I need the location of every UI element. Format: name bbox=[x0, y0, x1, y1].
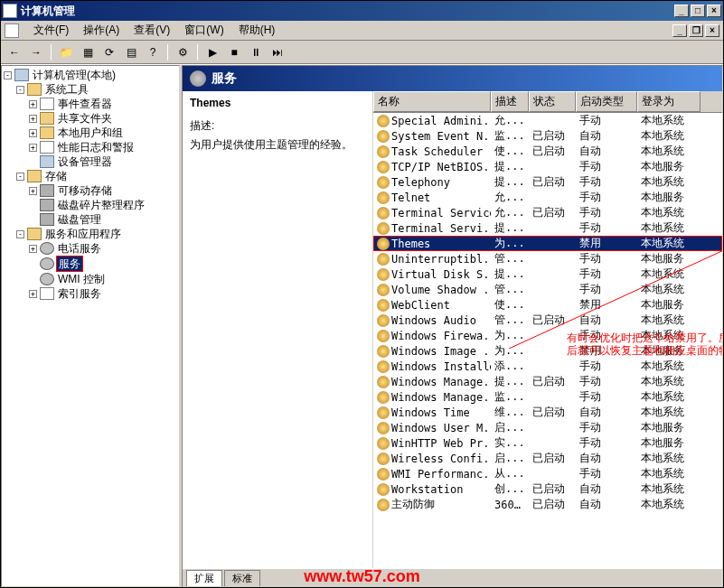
tree-localusers[interactable]: +本地用户和组 bbox=[29, 126, 177, 140]
up-button[interactable]: 📁 bbox=[56, 42, 76, 62]
menu-action[interactable]: 操作(A) bbox=[76, 21, 127, 40]
selected-service-name: Themes bbox=[190, 97, 365, 109]
toolbar: ← → 📁 ▦ ⟳ ▤ ? ⚙ ▶ ■ ⏸ ⏭ bbox=[1, 41, 723, 64]
service-row[interactable]: Task Scheduler使...已启动自动本地系统 bbox=[373, 144, 722, 159]
service-row[interactable]: Windows User M...启...手动本地服务 bbox=[373, 420, 722, 435]
maximize-button[interactable]: □ bbox=[691, 5, 705, 17]
detail-pane: Themes 描述: 为用户提供使用主题管理的经验。 bbox=[183, 91, 372, 568]
restart-button[interactable]: ⏭ bbox=[268, 42, 287, 62]
tree-systools[interactable]: -系统工具 bbox=[16, 82, 177, 97]
service-icon bbox=[377, 499, 390, 511]
main-header: 服务 bbox=[183, 66, 722, 91]
header-title: 服务 bbox=[212, 70, 237, 87]
tree-indexing[interactable]: +索引服务 bbox=[29, 286, 177, 301]
tree-removable[interactable]: +可移动存储 bbox=[29, 183, 177, 198]
tree-eventviewer[interactable]: +事件查看器 bbox=[29, 97, 177, 111]
tree-storage[interactable]: -存储 bbox=[16, 169, 177, 183]
service-icon bbox=[377, 115, 390, 127]
service-row[interactable]: Wireless Confi...启...已启动自动本地系统 bbox=[373, 451, 722, 466]
tree-root[interactable]: -计算机管理(本地) bbox=[4, 68, 177, 82]
menu-file[interactable]: 文件(F) bbox=[26, 21, 76, 40]
service-icon bbox=[377, 207, 390, 219]
tree-devmgr[interactable]: 设备管理器 bbox=[29, 154, 177, 169]
tree-wmi[interactable]: WMI 控制 bbox=[29, 272, 177, 286]
main-window: 计算机管理 _ □ × 文件(F) 操作(A) 查看(V) 窗口(W) 帮助(H… bbox=[0, 0, 724, 588]
service-icon bbox=[377, 330, 390, 342]
service-row[interactable]: Telephony提...已启动手动本地系统 bbox=[373, 174, 722, 190]
refresh-icon[interactable]: ⟳ bbox=[99, 42, 119, 62]
back-button[interactable]: ← bbox=[5, 42, 24, 62]
window-title: 计算机管理 bbox=[21, 4, 674, 19]
start-button[interactable]: ▶ bbox=[202, 42, 222, 62]
service-row[interactable]: Windows Image ...为...禁用本地服务 bbox=[373, 343, 722, 359]
menu-help[interactable]: 帮助(H) bbox=[231, 21, 283, 40]
service-row[interactable]: Special Admini...允...手动本地系统 bbox=[373, 113, 722, 128]
child-minimize-button[interactable]: _ bbox=[672, 24, 687, 37]
service-row[interactable]: Themes为...禁用本地系统 bbox=[373, 236, 722, 251]
service-row[interactable]: Terminal Servi...提...手动本地系统 bbox=[373, 220, 722, 236]
titlebar: 计算机管理 _ □ × bbox=[1, 1, 723, 21]
forward-button[interactable]: → bbox=[26, 42, 46, 62]
tree-perflogs[interactable]: +性能日志和警报 bbox=[29, 140, 177, 154]
tree-defrag[interactable]: 磁盘碎片整理程序 bbox=[29, 198, 177, 212]
stop-button[interactable]: ■ bbox=[224, 42, 244, 62]
service-row[interactable]: Windows Time维...已启动自动本地系统 bbox=[373, 405, 722, 420]
service-row[interactable]: Virtual Disk S...提...手动本地系统 bbox=[373, 266, 722, 282]
tree-servapps[interactable]: -服务和应用程序 bbox=[16, 227, 177, 241]
action1-icon[interactable]: ⚙ bbox=[173, 42, 193, 62]
minimize-button[interactable]: _ bbox=[674, 5, 689, 17]
tree-diskmgmt[interactable]: 磁盘管理 bbox=[29, 212, 177, 227]
service-icon bbox=[377, 238, 390, 250]
tab-extended[interactable]: 扩展 bbox=[186, 570, 222, 586]
close-button[interactable]: × bbox=[707, 5, 721, 17]
menu-view[interactable]: 查看(V) bbox=[127, 21, 177, 40]
service-row[interactable]: Uninterruptibl...管...手动本地服务 bbox=[373, 251, 722, 266]
tree-pane[interactable]: -计算机管理(本地) -系统工具 +事件查看器 +共享文件夹 +本地用户和组 +… bbox=[1, 65, 180, 587]
services-icon bbox=[190, 70, 206, 87]
pause-button[interactable]: ⏸ bbox=[246, 42, 266, 62]
service-row[interactable]: Windows Installer添...手动本地系统 bbox=[373, 359, 722, 374]
service-icon bbox=[377, 437, 390, 450]
tab-standard[interactable]: 标准 bbox=[224, 570, 260, 586]
service-row[interactable]: Terminal Services允...已启动手动本地系统 bbox=[373, 205, 722, 220]
service-icon bbox=[377, 360, 390, 373]
service-icon bbox=[377, 130, 390, 143]
service-icon bbox=[377, 222, 390, 235]
col-desc[interactable]: 描述 bbox=[491, 91, 529, 112]
service-row[interactable]: WMI Performanc...从...手动本地系统 bbox=[373, 466, 722, 481]
col-status[interactable]: 状态 bbox=[529, 91, 576, 112]
service-row[interactable]: Windows Manage...提...已启动手动本地系统 bbox=[373, 374, 722, 389]
service-row[interactable]: Windows Manage...监...手动本地系统 bbox=[373, 389, 722, 405]
properties-button[interactable]: ▦ bbox=[78, 42, 98, 62]
child-close-button[interactable]: × bbox=[705, 24, 719, 37]
service-icon bbox=[377, 468, 390, 481]
col-name[interactable]: 名称 bbox=[373, 91, 491, 112]
list-rows[interactable]: Special Admini...允...手动本地系统System Event … bbox=[373, 113, 722, 568]
child-restore-button[interactable]: ❐ bbox=[689, 24, 703, 37]
service-icon bbox=[377, 483, 390, 496]
service-row[interactable]: WinHTTP Web Pr...实...手动本地服务 bbox=[373, 435, 722, 451]
col-startup[interactable]: 启动类型 bbox=[576, 91, 637, 112]
service-row[interactable]: Windows Firewa...为...手动本地系统 bbox=[373, 328, 722, 343]
service-row[interactable]: Windows Audio管...已启动自动本地系统 bbox=[373, 313, 722, 328]
export-icon[interactable]: ▤ bbox=[121, 42, 141, 62]
service-icon bbox=[377, 268, 390, 281]
help-icon[interactable]: ? bbox=[143, 42, 163, 62]
service-icon bbox=[377, 422, 390, 434]
service-row[interactable]: Telnet允...手动本地服务 bbox=[373, 190, 722, 205]
service-row[interactable]: 主动防御360...已启动自动本地系统 bbox=[373, 497, 722, 512]
tree-telephony[interactable]: +电话服务 bbox=[29, 241, 177, 256]
service-row[interactable]: TCP/IP NetBIOS...提...手动本地服务 bbox=[373, 159, 722, 174]
service-row[interactable]: WebClient使...禁用本地服务 bbox=[373, 297, 722, 313]
tree-services[interactable]: 服务 bbox=[29, 256, 177, 272]
col-logon[interactable]: 登录为 bbox=[637, 91, 700, 112]
service-row[interactable]: System Event N...监...已启动自动本地系统 bbox=[373, 128, 722, 144]
menu-window[interactable]: 窗口(W) bbox=[177, 21, 230, 40]
service-icon bbox=[377, 391, 390, 404]
service-icon bbox=[377, 284, 390, 296]
doc-icon bbox=[5, 23, 19, 38]
service-row[interactable]: Volume Shadow ...管...手动本地系统 bbox=[373, 282, 722, 297]
service-row[interactable]: Workstation创...已启动自动本地系统 bbox=[373, 481, 722, 497]
service-icon bbox=[377, 453, 390, 465]
tree-shared[interactable]: +共享文件夹 bbox=[29, 111, 177, 126]
